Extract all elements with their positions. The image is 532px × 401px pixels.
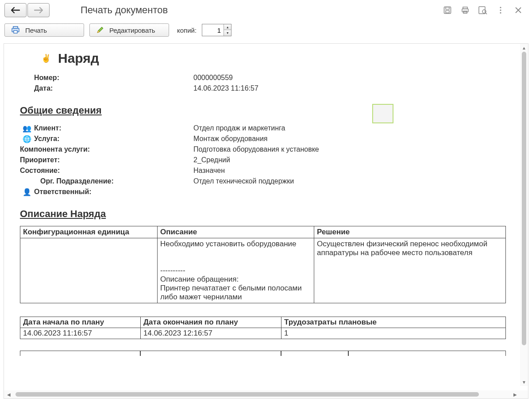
nav-forward-button[interactable] xyxy=(27,3,50,17)
plan-r1c3: 1 xyxy=(281,328,506,339)
copies-spinner[interactable]: ▲ ▼ xyxy=(202,24,231,36)
table1-h3: Решение xyxy=(314,226,506,238)
scroll-left-arrow[interactable]: ◀ xyxy=(4,392,14,397)
globe-icon: 🌐 xyxy=(20,135,34,143)
svg-point-11 xyxy=(500,12,501,13)
table1-r1c1 xyxy=(20,238,158,303)
nav-back-button[interactable] xyxy=(4,3,27,17)
table1-r1c3: Осуществлен физический перенос необходим… xyxy=(314,238,506,303)
spinner-down[interactable]: ▼ xyxy=(224,30,231,36)
copies-input[interactable] xyxy=(202,24,224,36)
svg-rect-2 xyxy=(446,11,449,13)
org-value: Отдел технической поддержки xyxy=(193,177,512,185)
document-heading: Наряд xyxy=(58,51,99,66)
print-icon[interactable] xyxy=(460,5,470,15)
table1-h2: Описание xyxy=(158,226,314,238)
document-viewport: ✌️ Наряд Номер: 0000000559 Дата: 14.06.2… xyxy=(4,43,528,399)
date-value: 14.06.2023 11:16:57 xyxy=(193,84,512,92)
date-label: Дата: xyxy=(34,84,193,92)
client-value: Отдел продаж и маркетинга xyxy=(193,124,512,132)
vertical-scrollbar[interactable]: ▲ ▼ xyxy=(520,44,528,386)
plan-h1: Дата начала по плану xyxy=(20,317,141,328)
horizontal-scrollbar[interactable]: ◀ ▶ xyxy=(4,390,520,398)
scroll-thumb-v[interactable] xyxy=(522,52,526,345)
scroll-corner xyxy=(520,390,528,398)
section-general-title: Общие сведения xyxy=(20,105,512,116)
table-cutoff xyxy=(20,351,512,356)
section-desc-title: Описание Наряда xyxy=(20,208,512,220)
plan-r1c2: 14.06.2023 12:16:57 xyxy=(141,328,281,339)
image-placeholder xyxy=(372,104,393,123)
close-icon[interactable] xyxy=(513,5,523,15)
description-table: Конфигурационная единица Описание Решени… xyxy=(20,226,506,303)
svg-rect-1 xyxy=(446,7,449,9)
print-button[interactable]: Печать xyxy=(4,23,84,37)
resp-label: Ответственный: xyxy=(34,188,193,196)
plan-r1c1: 14.06.2023 11:16:57 xyxy=(20,328,141,339)
table1-h1: Конфигурационная единица xyxy=(20,226,158,238)
org-label: Орг. Подразделение: xyxy=(34,177,193,185)
client-label: Клиент: xyxy=(34,124,193,132)
svg-point-9 xyxy=(500,7,501,8)
task-icon: ✌️ xyxy=(41,53,51,63)
scroll-down-arrow[interactable]: ▼ xyxy=(522,378,526,386)
service-value: Монтаж оборудования xyxy=(193,135,512,143)
scroll-up-arrow[interactable]: ▲ xyxy=(522,44,526,52)
svg-point-10 xyxy=(500,9,501,11)
state-label: Состояние: xyxy=(20,167,193,175)
component-label: Компонента услуги: xyxy=(20,145,193,153)
svg-rect-16 xyxy=(14,31,17,33)
titlebar: Печать документов xyxy=(0,0,532,20)
edit-button[interactable]: Редактировать xyxy=(89,23,169,37)
component-value: Подготовка оборудования к установке xyxy=(193,145,512,153)
spinner-up[interactable]: ▲ xyxy=(224,24,231,30)
printed-document: ✌️ Наряд Номер: 0000000559 Дата: 14.06.2… xyxy=(4,44,528,390)
users-icon: 👥 xyxy=(20,124,34,133)
pencil-icon xyxy=(96,26,104,34)
table1-r1c2: Необходимо установить оборудование -----… xyxy=(158,238,314,303)
number-value: 0000000559 xyxy=(193,74,512,82)
plan-h3: Трудозатраты плановые xyxy=(281,317,506,328)
svg-rect-0 xyxy=(444,7,451,14)
printer-icon xyxy=(11,26,20,34)
svg-rect-6 xyxy=(479,7,485,14)
arrow-right-icon xyxy=(34,7,43,13)
scroll-right-arrow[interactable]: ▶ xyxy=(510,392,520,397)
more-icon[interactable] xyxy=(496,5,505,15)
priority-value: 2_Средний xyxy=(193,156,512,164)
service-label: Услуга: xyxy=(34,135,193,143)
save-icon[interactable] xyxy=(443,5,452,15)
edit-button-label: Редактировать xyxy=(109,27,155,34)
svg-rect-4 xyxy=(462,9,468,12)
priority-label: Приоритет: xyxy=(20,156,193,164)
preview-icon[interactable] xyxy=(478,5,488,15)
page-title: Печать документов xyxy=(81,4,438,16)
svg-line-8 xyxy=(486,13,487,14)
copies-label: копий: xyxy=(177,27,197,34)
scroll-thumb-h[interactable] xyxy=(15,392,479,397)
print-button-label: Печать xyxy=(25,27,47,34)
state-value: Назначен xyxy=(193,167,512,175)
svg-point-7 xyxy=(482,10,486,13)
arrow-left-icon xyxy=(11,7,20,13)
plan-table: Дата начала по плану Дата окончания по п… xyxy=(20,317,506,339)
plan-h2: Дата окончания по плану xyxy=(141,317,281,328)
person-icon: 👤 xyxy=(20,188,34,196)
number-label: Номер: xyxy=(34,74,193,82)
toolbar: Печать Редактировать копий: ▲ ▼ xyxy=(0,20,532,40)
